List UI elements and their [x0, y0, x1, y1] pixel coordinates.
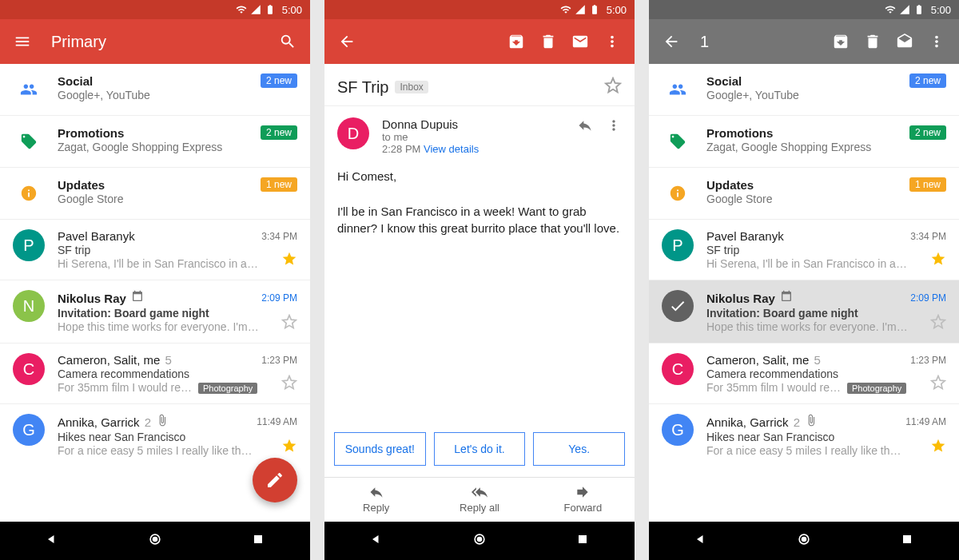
- recipient-line: to me: [382, 131, 577, 143]
- category-name: Social: [58, 74, 93, 88]
- email-row[interactable]: N Nikolus Ray 2:09 PM Invitation: Board …: [0, 280, 310, 344]
- email-list: Social2 new Google+, YouTube Promotions2…: [649, 64, 959, 522]
- email-row[interactable]: G Annika, Garrick 211:49 AM Hikes near S…: [649, 404, 959, 467]
- trash-icon: [539, 33, 557, 50]
- category-social[interactable]: Social2 new Google+, YouTube: [649, 64, 959, 116]
- category-promotions[interactable]: Promotions2 new Zagat, Google Shopping E…: [649, 116, 959, 168]
- compose-fab[interactable]: [253, 458, 297, 502]
- people-icon: [662, 73, 694, 105]
- avatar: G: [662, 414, 694, 446]
- star-button[interactable]: [930, 314, 946, 333]
- delete-button[interactable]: [857, 26, 889, 58]
- view-details-link[interactable]: View details: [424, 143, 479, 155]
- mail-icon: [571, 33, 589, 50]
- sender-overflow[interactable]: [606, 117, 622, 137]
- menu-button[interactable]: [6, 26, 38, 58]
- email-row[interactable]: P Pavel Baranyk 3:34 PM SF trip Hi Seren…: [0, 220, 310, 280]
- selected-check-icon: [662, 290, 694, 322]
- mark-read-button[interactable]: [889, 26, 921, 58]
- close-selection-button[interactable]: [655, 26, 687, 58]
- message-body: Hi Comest, I'll be in San Francisco in a…: [324, 161, 635, 432]
- time-line: 2:28 PM View details: [382, 143, 577, 155]
- email-row-selected[interactable]: Nikolus Ray2:09 PM Invitation: Board gam…: [649, 280, 959, 344]
- email-sender: Cameron, Salit, me 5: [58, 353, 172, 367]
- email-subject: Hikes near San Francisco: [58, 431, 297, 443]
- star-button[interactable]: [930, 251, 946, 270]
- star-outline-icon: [604, 77, 622, 94]
- back-button[interactable]: [331, 26, 363, 58]
- reply-all-button[interactable]: Reply all: [428, 478, 531, 522]
- email-snippet: Hope this time works for everyone. I'm…: [58, 320, 297, 333]
- email-subject: Camera recommendations: [58, 367, 297, 380]
- more-vert-icon: [928, 33, 945, 50]
- nav-home[interactable]: [147, 531, 163, 550]
- nav-recents[interactable]: [899, 531, 915, 550]
- nav-back[interactable]: [368, 531, 384, 550]
- nav-recents[interactable]: [250, 531, 266, 550]
- status-time: 5:00: [931, 4, 951, 16]
- sender-name: Donna Dupuis: [382, 117, 577, 131]
- overflow-button[interactable]: [596, 26, 628, 58]
- people-icon: [13, 73, 45, 105]
- selection-screen: 5:00 1 Social2 new Google+, YouTube: [649, 0, 959, 560]
- reply-icon-button[interactable]: [577, 117, 593, 137]
- tag-icon: [662, 125, 694, 157]
- email-row[interactable]: G Annika, Garrick 2 11:49 AM Hikes near …: [0, 404, 310, 467]
- email-row[interactable]: P Pavel Baranyk3:34 PM SF trip Hi Serena…: [649, 220, 959, 280]
- mark-unread-button[interactable]: [564, 26, 596, 58]
- category-promotions[interactable]: Promotions 2 new Zagat, Google Shopping …: [0, 116, 310, 168]
- email-sender: Annika, Garrick 2: [58, 415, 151, 429]
- signal-icon: [899, 4, 910, 15]
- archive-button[interactable]: [825, 26, 857, 58]
- search-button[interactable]: [272, 26, 304, 58]
- status-bar: 5:00: [324, 0, 635, 19]
- smart-reply-button[interactable]: Let's do it.: [434, 432, 526, 466]
- svg-rect-8: [903, 535, 911, 543]
- overflow-button[interactable]: [921, 26, 953, 58]
- archive-icon: [507, 33, 525, 50]
- category-updates[interactable]: Updates1 new Google Store: [649, 168, 959, 220]
- star-button[interactable]: [281, 438, 297, 457]
- nav-recents[interactable]: [575, 531, 591, 550]
- star-button[interactable]: [281, 314, 297, 333]
- info-icon: [13, 177, 45, 209]
- email-subject: SF trip: [58, 244, 297, 256]
- star-button[interactable]: [604, 77, 622, 97]
- nav-home[interactable]: [472, 531, 487, 550]
- delete-button[interactable]: [532, 26, 564, 58]
- star-button[interactable]: [930, 438, 946, 457]
- message-action-bar: Reply Reply all Forward: [324, 477, 635, 522]
- archive-button[interactable]: [500, 26, 532, 58]
- star-outline-icon: [281, 375, 297, 391]
- svg-rect-2: [254, 535, 262, 543]
- reply-icon: [577, 117, 593, 133]
- app-bar: [324, 19, 635, 64]
- forward-button[interactable]: Forward: [531, 478, 635, 522]
- sender-avatar: D: [337, 117, 369, 149]
- email-sender: Pavel Baranyk: [58, 229, 135, 243]
- email-subject: Invitation: Board game night: [58, 307, 297, 320]
- nav-back[interactable]: [44, 531, 60, 550]
- star-button[interactable]: [281, 375, 297, 394]
- category-sub: Zagat, Google Shopping Express: [58, 141, 297, 153]
- category-social[interactable]: Social 2 new Google+, YouTube: [0, 64, 310, 116]
- wifi-icon: [560, 4, 571, 15]
- email-time: 1:23 PM: [255, 355, 297, 366]
- email-row[interactable]: C Cameron, Salit, me 51:23 PM Camera rec…: [649, 344, 959, 404]
- selection-count: 1: [687, 33, 825, 51]
- reply-button[interactable]: Reply: [324, 478, 428, 522]
- nav-bar: [0, 522, 310, 560]
- star-button[interactable]: [281, 251, 297, 270]
- star-filled-icon: [930, 438, 946, 454]
- avatar: P: [662, 229, 694, 261]
- smart-reply-button[interactable]: Yes.: [533, 432, 625, 466]
- email-row[interactable]: C Cameron, Salit, me 5 1:23 PM Camera re…: [0, 344, 310, 404]
- star-button[interactable]: [930, 375, 946, 394]
- nav-back[interactable]: [693, 531, 709, 550]
- battery-icon: [265, 4, 276, 15]
- nav-home[interactable]: [796, 531, 812, 550]
- category-updates[interactable]: Updates 1 new Google Store: [0, 168, 310, 220]
- smart-reply-button[interactable]: Sounds great!: [334, 432, 426, 466]
- email-snippet: Hi Serena, I'll be in San Francisco in a…: [58, 257, 297, 270]
- arrow-back-icon: [338, 33, 356, 50]
